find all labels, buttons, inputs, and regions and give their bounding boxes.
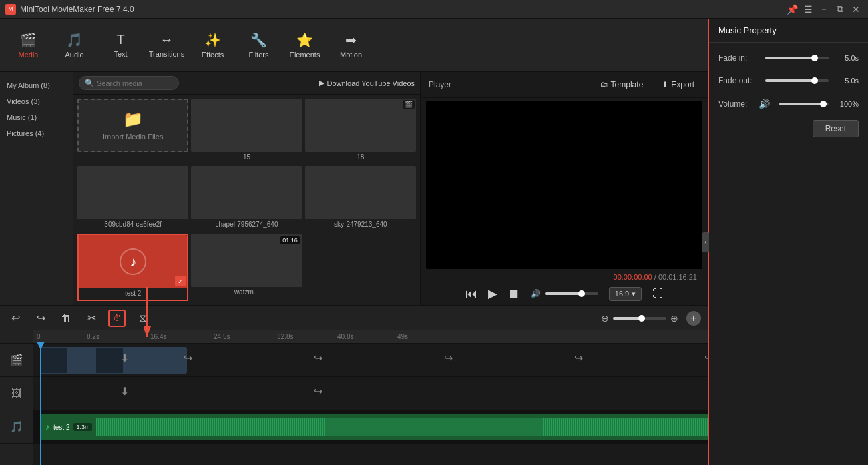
track-add-icon[interactable]: ⬇ <box>120 352 129 364</box>
music-property-form: Fade in: 5.0s Fade out: 5.0s Volume: � <box>709 43 868 120</box>
toolbar-audio[interactable]: 🎵 Audio <box>53 24 96 67</box>
player-label: Player <box>429 80 451 89</box>
panel-collapse-btn[interactable]: ‹ <box>702 232 709 252</box>
thumb-18: 🎬 <box>305 99 416 152</box>
volume-row: Volume: 🔊 100% <box>718 99 859 109</box>
add-track-btn[interactable]: + <box>686 311 701 326</box>
filters-icon: 🔧 <box>250 32 267 48</box>
thumb-309 <box>77 166 188 219</box>
search-input[interactable] <box>97 79 170 87</box>
fade-in-slider[interactable] <box>765 57 829 59</box>
ruler-mark-6: 49s <box>397 333 408 340</box>
photo-add-icon[interactable]: ⬇ <box>120 385 129 398</box>
title-left: M MiniTool MovieMaker Free 7.4.0 <box>5 4 134 15</box>
download-label: Download YouTube Videos <box>327 79 415 87</box>
import-media-item[interactable]: 📁 Import Media Files <box>77 99 188 163</box>
toolbar-transitions[interactable]: ↔ Transitions <box>145 24 188 67</box>
zoom-in-icon[interactable]: ⊕ <box>670 313 678 324</box>
track-trans-4[interactable]: ↪ <box>574 352 583 364</box>
toolbar-effects-label: Effects <box>202 51 224 59</box>
toolbar-filters[interactable]: 🔧 Filters <box>237 24 280 67</box>
minimize-icon[interactable]: － <box>817 3 831 16</box>
sidebar-item-pictures[interactable]: Pictures (4) <box>0 125 73 141</box>
volume-icon[interactable]: 🔊 <box>531 289 541 298</box>
fade-out-slider[interactable] <box>765 79 829 82</box>
right-panel: Music Property Fade in: 5.0s Fade out: 5… <box>708 19 868 465</box>
music-clip[interactable]: ♪ test 2 1.3m <box>40 414 708 440</box>
timeline-scroll-area[interactable]: 0 8.2s 16.4s 24.5s 32.8s 40.8s 49s <box>33 330 708 465</box>
fullscreen-btn[interactable]: ⛶ <box>652 288 663 300</box>
waveform <box>96 418 708 436</box>
zoom-slider[interactable] <box>613 317 666 320</box>
media-item-18[interactable]: 🎬 18 <box>305 99 416 163</box>
ruler-mark-1: 8.2s <box>87 333 99 340</box>
volume-prop-slider[interactable] <box>779 103 829 105</box>
pin-icon[interactable]: 📌 <box>785 3 799 16</box>
media-item-test2[interactable]: ♪ ✓ test 2 <box>77 234 188 301</box>
skip-back-btn[interactable]: ⏮ <box>465 287 477 301</box>
export-btn[interactable]: ⬆ Export <box>656 77 700 92</box>
toolbar-motion[interactable]: ➡ Motion <box>329 24 373 67</box>
aspect-ratio-select[interactable]: 16:9 ▾ <box>609 287 642 301</box>
track-label-photo: 🖼 <box>0 377 33 410</box>
stop-btn[interactable]: ⏹ <box>508 287 520 301</box>
fade-in-handle[interactable] <box>811 55 818 61</box>
label-watzm: watzm... <box>191 287 302 297</box>
search-box[interactable]: 🔍 <box>79 76 179 90</box>
speed-btn[interactable]: ⏱ <box>108 310 126 327</box>
toolbar-media[interactable]: 🎬 Media <box>7 24 50 67</box>
play-btn[interactable]: ▶ <box>488 286 497 301</box>
import-label: Import Media Files <box>103 133 163 141</box>
timeline-toolbar: ↩ ↪ 🗑 ✂ ⏱ ⧖ ⊖ ⊕ + <box>0 306 708 330</box>
sidebar-item-music[interactable]: Music (1) <box>0 109 73 125</box>
text-icon: T <box>116 32 124 47</box>
media-item-15[interactable]: 15 <box>191 99 302 163</box>
media-item-sky[interactable]: sky-2479213_640 <box>305 166 416 231</box>
media-item-chapel[interactable]: chapel-7956274_640 <box>191 166 302 231</box>
media-item-309[interactable]: 309cbd84-ca6fee2f <box>77 166 188 231</box>
media-toolbar: 🔍 ▶ Download YouTube Videos <box>73 72 420 95</box>
volume-handle[interactable] <box>578 290 585 297</box>
download-youtube-btn[interactable]: ▶ Download YouTube Videos <box>319 79 415 87</box>
label-18: 18 <box>305 152 416 162</box>
fade-out-handle[interactable] <box>811 77 818 84</box>
photo-trans-2[interactable]: ↪ <box>314 385 322 398</box>
playhead[interactable] <box>40 344 41 465</box>
zoom-handle[interactable] <box>638 315 645 322</box>
sidebar-item-album[interactable]: My Album (8) <box>0 77 73 93</box>
toolbar-text[interactable]: T Text <box>99 24 142 67</box>
volume-prop-handle[interactable] <box>820 101 827 107</box>
fade-out-fill <box>765 79 813 82</box>
track-transition-icon[interactable]: ↪ <box>184 352 192 364</box>
aspect-ratio-chevron: ▾ <box>632 290 636 298</box>
zoom-out-icon[interactable]: ⊖ <box>601 313 609 324</box>
delete-btn[interactable]: 🗑 <box>57 310 75 327</box>
reset-btn[interactable]: Reset <box>813 120 859 137</box>
volume-fill <box>545 292 580 295</box>
video-clip[interactable] <box>40 347 187 374</box>
close-icon[interactable]: ✕ <box>849 3 863 16</box>
export-icon: ⬆ <box>662 80 668 89</box>
template-btn[interactable]: 🗂 Template <box>595 77 649 92</box>
sidebar-item-videos[interactable]: Videos (3) <box>0 93 73 109</box>
redo-btn[interactable]: ↪ <box>32 310 49 327</box>
youtube-icon: ▶ <box>319 79 324 87</box>
toolbar-effects[interactable]: ✨ Effects <box>191 24 234 67</box>
volume-slider[interactable] <box>545 292 598 295</box>
menu-icon[interactable]: ☰ <box>801 3 815 16</box>
undo-btn[interactable]: ↩ <box>7 310 24 327</box>
restore-icon[interactable]: ⧉ <box>833 3 847 16</box>
titlebar: M MiniTool MovieMaker Free 7.4.0 📌 ☰ － ⧉… <box>0 0 868 19</box>
music-note-icon: ♪ <box>45 422 49 432</box>
track-trans-2[interactable]: ↪ <box>314 352 322 364</box>
media-item-watzm[interactable]: 01:16 watzm... <box>191 234 302 301</box>
track-trans-3[interactable]: ↪ <box>444 352 453 364</box>
timeline-area: ↩ ↪ 🗑 ✂ ⏱ ⧖ ⊖ ⊕ + <box>0 305 708 465</box>
audio-icon: 🎵 <box>66 32 83 48</box>
toolbar-media-label: Media <box>19 51 39 59</box>
split-btn[interactable]: ⧖ <box>134 310 151 327</box>
main-layout: 🎬 Media 🎵 Audio T Text ↔ Transitions ✨ E… <box>0 19 868 465</box>
toolbar-elements[interactable]: ⭐ Elements <box>283 24 327 67</box>
fade-in-row: Fade in: 5.0s <box>718 53 859 63</box>
cut-btn[interactable]: ✂ <box>83 310 100 327</box>
